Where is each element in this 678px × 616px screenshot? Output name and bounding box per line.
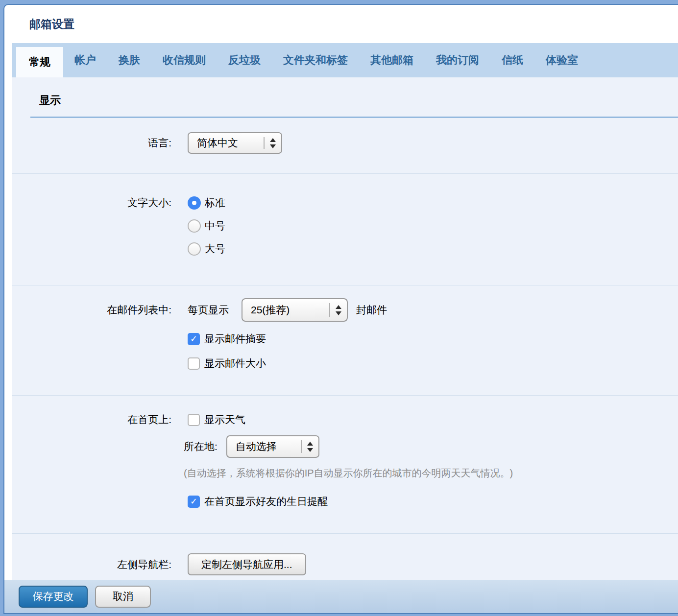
radio-standard[interactable] [188, 196, 201, 210]
language-row: 语言: 简体中文 [12, 118, 678, 174]
per-page-select-value: 25(推荐) [251, 303, 324, 317]
radio-standard-label: 标准 [205, 196, 225, 210]
birthday-reminder-label: 在首页显示好友的生日提醒 [204, 495, 328, 508]
mail-list-row: 在邮件列表中: 每页显示 25(推荐) 封邮件 ✓ 显示邮件摘要 [12, 285, 678, 396]
tab-bar: 常规 帐户 换肤 收信规则 反垃圾 文件夹和标签 其他邮箱 我的订阅 信纸 体验… [12, 43, 678, 77]
radio-large-label: 大号 [205, 242, 225, 256]
language-select[interactable]: 简体中文 [188, 132, 282, 154]
tab-stationery[interactable]: 信纸 [490, 43, 534, 77]
show-weather-label: 显示天气 [204, 413, 245, 426]
tab-content: 显示 语言: 简体中文 文字大小: 标准 [12, 77, 678, 580]
text-size-option-standard: 标准 [188, 195, 225, 210]
tab-folders-labels[interactable]: 文件夹和标签 [272, 43, 359, 77]
tab-skin[interactable]: 换肤 [107, 43, 151, 77]
radio-medium-label: 中号 [205, 219, 225, 233]
location-select[interactable]: 自动选择 [226, 435, 319, 458]
tab-mail-rules[interactable]: 收信规则 [151, 43, 217, 77]
text-size-label: 文字大小: [12, 195, 171, 285]
mail-list-label: 在邮件列表中: [12, 298, 171, 395]
location-select-value: 自动选择 [236, 440, 296, 453]
section-heading: 显示 [39, 93, 61, 108]
show-mail-summary-checkbox[interactable]: ✓ [188, 333, 200, 345]
per-page-suffix: 封邮件 [356, 303, 387, 317]
tab-account[interactable]: 帐户 [63, 43, 107, 77]
settings-panel: 邮箱设置 常规 帐户 换肤 收信规则 反垃圾 文件夹和标签 其他邮箱 我的订阅 … [3, 4, 678, 614]
page-background: 邮箱设置 常规 帐户 换肤 收信规则 反垃圾 文件夹和标签 其他邮箱 我的订阅 … [0, 0, 678, 616]
per-page-select[interactable]: 25(推荐) [242, 298, 348, 322]
text-size-option-medium: 中号 [188, 218, 225, 233]
text-size-row: 文字大小: 标准 中号 大号 [12, 174, 678, 285]
section-underline [30, 117, 678, 118]
tab-lab[interactable]: 体验室 [534, 43, 589, 77]
location-note: (自动选择，系统将根据你的IP自动显示你所在的城市的今明两天天气情况。) [184, 466, 513, 480]
homepage-row: 在首页上: ✓ 显示天气 所在地: 自动选择 (自动选择，系统将根据你的IP自动… [12, 396, 678, 534]
radio-medium[interactable] [188, 219, 201, 233]
tab-subscriptions[interactable]: 我的订阅 [425, 43, 490, 77]
page-title: 邮箱设置 [29, 17, 74, 32]
select-arrows-icon [301, 440, 318, 453]
language-select-value: 简体中文 [197, 136, 259, 150]
checkmark-icon: ✓ [190, 497, 197, 506]
tab-other-mailboxes[interactable]: 其他邮箱 [359, 43, 425, 77]
text-size-option-large: 大号 [188, 241, 225, 256]
birthday-reminder-checkbox[interactable]: ✓ [188, 496, 200, 508]
radio-large[interactable] [188, 242, 201, 256]
show-mail-summary-label: 显示邮件摘要 [204, 332, 266, 346]
language-label: 语言: [12, 132, 171, 173]
tab-general[interactable]: 常规 [16, 47, 63, 77]
cancel-button[interactable]: 取消 [95, 586, 151, 608]
show-weather-checkbox[interactable]: ✓ [188, 414, 200, 426]
location-label: 所在地: [184, 440, 218, 453]
show-mail-size-label: 显示邮件大小 [204, 356, 266, 370]
save-changes-button[interactable]: 保存更改 [19, 586, 88, 608]
panel-header: 邮箱设置 [4, 5, 678, 43]
customize-left-nav-button[interactable]: 定制左侧导航应用... [188, 553, 306, 575]
left-nav-row: 左侧导航栏: 定制左侧导航应用... [12, 534, 678, 580]
select-arrows-icon [264, 137, 281, 149]
per-page-prefix: 每页显示 [188, 303, 229, 317]
tab-antispam[interactable]: 反垃圾 [217, 43, 272, 77]
left-nav-label: 左侧导航栏: [12, 553, 171, 580]
homepage-label: 在首页上: [12, 413, 171, 533]
display-section-header: 显示 [12, 77, 678, 118]
show-mail-size-checkbox[interactable]: ✓ [188, 357, 200, 370]
footer-bar: 保存更改 取消 [4, 580, 678, 613]
select-arrows-icon [329, 303, 347, 317]
checkmark-icon: ✓ [190, 334, 197, 343]
